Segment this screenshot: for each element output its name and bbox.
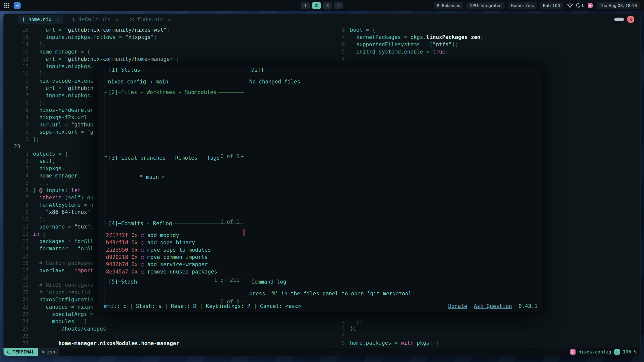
code-line[interactable]: 26	[4, 333, 336, 340]
code-line[interactable]: 8boot = {	[336, 26, 640, 34]
lazygit-branches-panel[interactable]: [3]─Local branches - Remotes - Tags * ma…	[104, 158, 244, 222]
workspace-button-4[interactable]: 4	[334, 2, 343, 9]
tab-close-icon[interactable]: ×	[115, 16, 118, 22]
ask-question-link[interactable]: Ask Question	[474, 303, 512, 310]
commits-scrollbar[interactable]	[244, 229, 245, 236]
line-number: 18	[4, 274, 29, 282]
branch-row[interactable]: * main✓	[140, 174, 165, 180]
commit-message: move sops to modules	[147, 247, 211, 253]
tab-close-icon[interactable]: ×	[168, 16, 171, 22]
code-line[interactable]: 16 url = "github:nix-community/nixos-wsl…	[4, 26, 336, 34]
nix-snowflake-icon	[71, 17, 76, 22]
shield-indicator[interactable]: 0	[576, 3, 585, 8]
code-text: packages = forAll	[33, 238, 93, 245]
commit-message: remove unused packages	[147, 269, 217, 275]
commit-row[interactable]: d920218 0x ○ move common imports	[106, 254, 244, 261]
lazygit-command-log-panel[interactable]: Command log press 'M' in the files panel…	[247, 282, 538, 302]
statusline: TERMINAL > zsh nixos-config 100 %	[4, 348, 640, 356]
workspace-button-1[interactable]: 1	[301, 2, 310, 9]
topbar-module-0[interactable]: P: Balanced	[434, 2, 463, 9]
code-text: nur.url = "github	[33, 121, 93, 128]
topbar-module-3[interactable]: Bat: 100	[540, 2, 563, 9]
code-line[interactable]: 3};	[336, 325, 640, 332]
commit-graph-icon: ○	[141, 261, 144, 267]
git-branch-icon	[570, 349, 576, 355]
code-line[interactable]: 24 modules = [	[4, 318, 336, 325]
app-icon[interactable]	[14, 2, 21, 9]
repo-name: nixos-config	[579, 348, 611, 356]
line-number: 12	[4, 56, 29, 63]
files-panel-title: [2]─Files - Worktrees - Submodules	[107, 89, 218, 96]
clock[interactable]: Thu Aug 08, 18:16	[597, 2, 640, 9]
code-text: home.packages = with pkgs; [	[350, 339, 439, 347]
code-line[interactable]: 15 inputs.nixpkgs.follows = "nixpkgs";	[4, 34, 336, 41]
tab-close-icon[interactable]: ×	[57, 16, 60, 22]
code-text: initrd.systemd.enable = true;	[350, 48, 449, 56]
commit-row[interactable]: 2717f2f 0x ○ add mopidy	[106, 232, 244, 239]
tab-default.nix[interactable]: default.nix×	[68, 15, 122, 24]
commit-row[interactable]: 9486b7d 0x ○ add service-wrapper	[106, 261, 244, 268]
code-line[interactable]: 5home.packages = with pkgs; [	[336, 339, 640, 347]
command-log-title: Command log	[250, 278, 288, 286]
line-number: 7	[4, 92, 29, 99]
branch-check-icon: ✓	[161, 174, 165, 180]
code-line[interactable]: 12 url = "github:nix-community/home-mana…	[4, 56, 336, 63]
workspace-button-2[interactable]: 2	[312, 2, 321, 9]
code-text: };	[33, 136, 39, 143]
code-text: "x86_64-linux"	[33, 209, 90, 216]
commit-author: 0x	[131, 240, 138, 246]
code-text: forAllSystems = n	[33, 201, 93, 209]
commit-author: 0x	[131, 254, 138, 260]
workspace-button-3[interactable]: 3	[323, 2, 332, 9]
topbar-module-2[interactable]: Home: 7ms	[508, 2, 537, 9]
code-text: self,	[33, 158, 55, 165]
code-text: url = "github:n	[33, 85, 93, 92]
code-line[interactable]: 4	[336, 332, 640, 339]
code-text: kernelPackages = pkgs.linuxPackages_zen;	[350, 34, 484, 41]
lazygit-status-panel[interactable]: [1]─Status nixos-config → main	[104, 70, 244, 87]
line-number: 3	[336, 325, 345, 332]
nix-snowflake-icon	[130, 17, 134, 22]
code-line[interactable]: 13 home-manager = {	[4, 48, 336, 56]
code-line[interactable]: 5 initrd.systemd.enable = true;	[336, 48, 640, 56]
line-number: 7	[336, 34, 345, 41]
window-pill-button[interactable]	[614, 18, 624, 21]
wifi-icon[interactable]	[567, 3, 573, 8]
donate-link[interactable]: Donate	[448, 303, 467, 310]
commit-row[interactable]: b49ef1d 0x ○ add sops binary	[106, 239, 244, 246]
line-number: 4	[4, 114, 29, 121]
line-number: 6	[336, 41, 345, 48]
code-line[interactable]: 6 supportedFilesystems = ["ntfs"];	[336, 41, 640, 48]
lazygit-files-panel[interactable]: [2]─Files - Worktrees - Submodules 0 of …	[104, 92, 244, 157]
code-text: in {	[33, 231, 46, 238]
commit-message: add service-wrapper	[147, 261, 208, 267]
lazygit-diff-panel[interactable]: Diff No changed files	[247, 70, 538, 277]
code-text: supportedFilesystems = ["ntfs"];	[350, 41, 458, 48]
pink-status-icon[interactable]	[588, 3, 593, 8]
code-text: sops-nix.url = "g	[33, 128, 93, 136]
stash-panel-title: [5]─Stash	[107, 278, 139, 286]
code-text: # Custom packages	[33, 260, 93, 267]
window-close-button[interactable]: ×	[627, 16, 634, 23]
code-line[interactable]: 4	[336, 56, 640, 63]
topbar-modules: P: BalancedGPU: IntegratedHome: 7msBat: …	[434, 2, 563, 9]
topbar-module-1[interactable]: GPU: Integrated	[466, 2, 505, 9]
tab-home.nix[interactable]: home.nix×	[18, 15, 63, 24]
code-text: overlays = import	[33, 267, 93, 274]
lazygit-stash-panel[interactable]: [5]─Stash 0 of 0	[104, 282, 244, 302]
code-line[interactable]: 14 };	[4, 41, 336, 48]
lazygit-version: 0.43.1	[518, 303, 538, 310]
line-number: 15	[4, 252, 29, 260]
line-number: 22	[4, 303, 29, 311]
code-line[interactable]: 25 ./hosts/canopus	[4, 325, 336, 333]
apps-grid-icon[interactable]	[4, 3, 9, 8]
code-line[interactable]: 2 };	[336, 318, 640, 325]
scroll-percent: 100 %	[623, 348, 636, 356]
code-line[interactable]: 7 kernelPackages = pkgs.linuxPackages_ze…	[336, 34, 640, 41]
commit-row[interactable]: 2a23950 0x ○ move sops to modules	[106, 246, 244, 254]
tab-flake.nix[interactable]: flake.nix×	[126, 15, 174, 24]
line-number: 16	[4, 26, 29, 34]
code-line[interactable]: 27 home-manager.nixosModules.home-manage…	[4, 340, 336, 347]
lazygit-commits-panel[interactable]: [4]─Commits - Reflog 2717f2f 0x ○ add mo…	[104, 223, 244, 280]
commit-row[interactable]: 8e345a7 0x ○ remove unused packages	[106, 268, 244, 276]
